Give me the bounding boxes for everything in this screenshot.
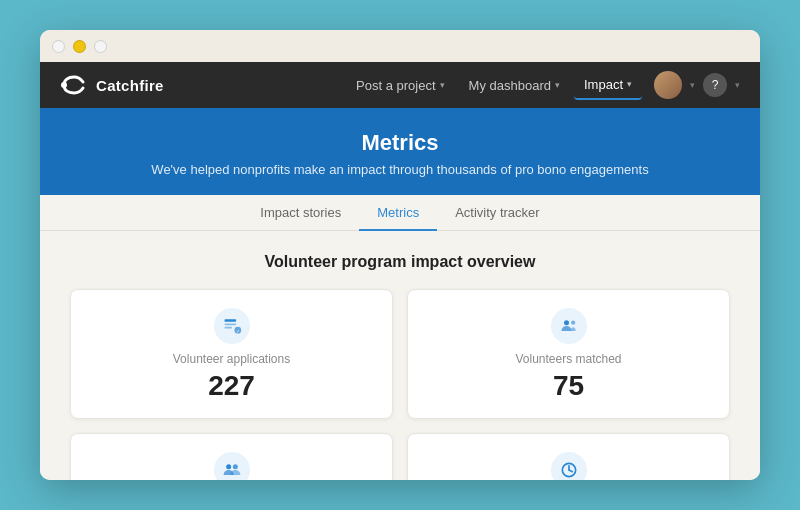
svg-point-9 <box>232 464 237 469</box>
title-bar <box>40 30 760 62</box>
close-button[interactable] <box>52 40 65 53</box>
chevron-down-icon: ▾ <box>627 79 632 89</box>
svg-rect-1 <box>224 319 236 322</box>
nav-post-project[interactable]: Post a project ▾ <box>346 72 455 99</box>
tab-metrics[interactable]: Metrics <box>359 195 437 230</box>
hero-subtitle: We've helped nonprofits make an impact t… <box>60 162 740 177</box>
svg-point-6 <box>564 320 569 325</box>
section-title: Volunteer program impact overview <box>70 253 730 271</box>
metric-card-volunteer-applications: ✓ Volunteer applications 227 <box>70 289 393 419</box>
navbar-actions: ▾ ? ▾ <box>654 71 740 99</box>
svg-point-7 <box>571 321 575 325</box>
tab-activity-tracker[interactable]: Activity tracker <box>437 195 558 230</box>
applications-icon: ✓ <box>214 308 250 344</box>
metric-card-hours-donated: Total hours donated 1,658 <box>407 433 730 480</box>
help-chevron-icon: ▾ <box>735 80 740 90</box>
svg-rect-2 <box>224 324 236 326</box>
logo-icon <box>60 74 88 96</box>
svg-line-12 <box>569 470 572 472</box>
matches-icon <box>214 452 250 480</box>
chevron-down-icon: ▾ <box>555 80 560 90</box>
navbar: Catchfire Post a project ▾ My dashboard … <box>40 62 760 108</box>
tab-impact-stories[interactable]: Impact stories <box>242 195 359 230</box>
logo[interactable]: Catchfire <box>60 74 164 96</box>
metric-label-applications: Volunteer applications <box>173 352 290 366</box>
metric-value-applications: 227 <box>208 370 255 402</box>
nav-impact[interactable]: Impact ▾ <box>574 71 642 100</box>
metric-card-total-matches: Total volunteer matches 97 <box>70 433 393 480</box>
svg-point-8 <box>226 464 231 469</box>
nav-links: Post a project ▾ My dashboard ▾ Impact ▾ <box>346 71 642 100</box>
avatar[interactable] <box>654 71 682 99</box>
chevron-down-icon: ▾ <box>440 80 445 90</box>
matched-icon <box>551 308 587 344</box>
hero-section: Metrics We've helped nonprofits make an … <box>40 108 760 195</box>
maximize-button[interactable] <box>94 40 107 53</box>
svg-text:✓: ✓ <box>235 328 239 334</box>
logo-text: Catchfire <box>96 77 164 94</box>
avatar-chevron-icon: ▾ <box>690 80 695 90</box>
minimize-button[interactable] <box>73 40 86 53</box>
metrics-grid: ✓ Volunteer applications 227 Volunteers … <box>70 289 730 480</box>
app-window: Catchfire Post a project ▾ My dashboard … <box>40 30 760 480</box>
hero-title: Metrics <box>60 130 740 156</box>
tabs-bar: Impact stories Metrics Activity tracker <box>40 195 760 231</box>
metric-card-volunteers-matched: Volunteers matched 75 <box>407 289 730 419</box>
metric-value-matched: 75 <box>553 370 584 402</box>
help-button[interactable]: ? <box>703 73 727 97</box>
hours-icon <box>551 452 587 480</box>
svg-rect-3 <box>224 327 232 329</box>
avatar-image <box>654 71 682 99</box>
svg-point-0 <box>61 82 67 88</box>
nav-my-dashboard[interactable]: My dashboard ▾ <box>459 72 570 99</box>
metric-label-matched: Volunteers matched <box>515 352 621 366</box>
main-content: Volunteer program impact overview ✓ Volu… <box>40 231 760 480</box>
